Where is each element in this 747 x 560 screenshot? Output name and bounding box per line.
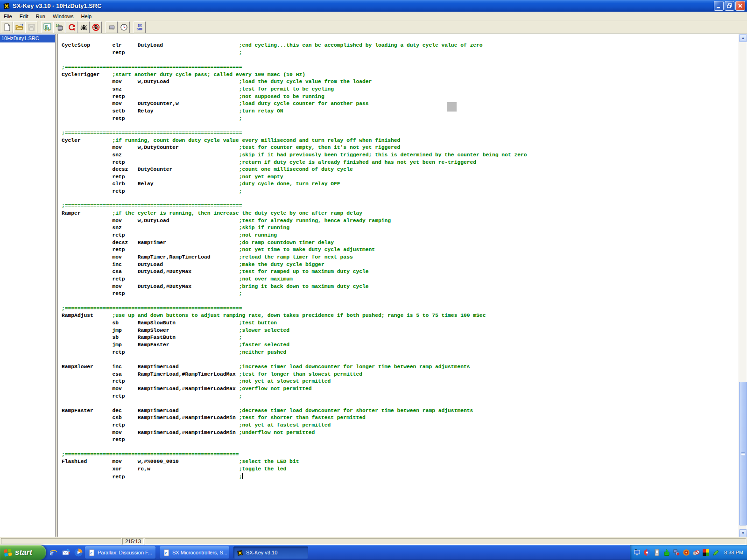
menubar: FileEditRunWindowsHelp	[0, 12, 747, 21]
code-line: mov DutyLoad,#DutyMax ;bring it back dow…	[62, 283, 739, 291]
code-line	[62, 56, 739, 64]
sx-key-icon	[237, 549, 244, 556]
network-monitor-icon[interactable]	[634, 549, 641, 556]
volume-mute-icon[interactable]	[692, 549, 700, 556]
code-line: sb RampFastButn ;	[62, 334, 739, 342]
device-button[interactable]	[106, 21, 118, 33]
restore-button[interactable]	[725, 1, 734, 11]
menu-windows[interactable]: Windows	[49, 12, 78, 21]
tray-clock: 8:38 PM	[724, 550, 743, 555]
start-button[interactable]: start	[0, 545, 46, 560]
text-caret	[242, 473, 243, 479]
tray-icons	[634, 549, 719, 556]
code-line: RampSlower inc RampTimerLoad ;increase t…	[62, 364, 739, 371]
taskbar-task-2[interactable]: eSX Microcontrollers, S...	[160, 546, 229, 559]
debug-bug-icon	[80, 23, 88, 31]
code-listing: CycleStop clr DutyLoad ;end cycling...th…	[58, 34, 739, 480]
program-chip-icon: 10	[56, 23, 63, 31]
svg-text:e: e	[90, 551, 92, 555]
scrollbar-up-button[interactable]: ▲	[739, 34, 747, 42]
open-file-button[interactable]	[13, 21, 25, 33]
restore-icon	[726, 3, 733, 9]
code-line: RampFaster dec RampTimerLoad ;decrease t…	[62, 407, 739, 415]
taskbar-task-3[interactable]: SX-Key v3.10	[233, 546, 308, 559]
network-disconnect-icon[interactable]	[673, 549, 680, 556]
stop-debug-button[interactable]	[90, 21, 102, 33]
code-line: retp ;	[62, 115, 739, 123]
code-line: retp ;return if duty cycle is already fi…	[62, 159, 739, 167]
menu-edit[interactable]: Edit	[16, 12, 32, 21]
svg-text:SIM: SIM	[136, 28, 142, 31]
code-line: csa DutyLoad,#DutyMax ;test for ramped u…	[62, 268, 739, 276]
target-icon[interactable]	[683, 549, 690, 556]
code-line: CycleTrigger ;start another duty cycle p…	[62, 71, 739, 79]
code-line: retp ;neither pushed	[62, 349, 739, 357]
system-tray: 8:38 PM	[630, 545, 747, 560]
scrollbar-down-button[interactable]: ▼	[739, 529, 747, 537]
titlebar[interactable]: SX-Key v3.10 - 10HzDuty1.SRC	[0, 0, 747, 12]
minimize-button[interactable]	[714, 1, 724, 11]
debug-button[interactable]	[78, 21, 90, 33]
code-line: retp ;not yet empty	[62, 174, 739, 181]
ie-document-icon: e	[163, 549, 170, 556]
clock-button[interactable]	[118, 21, 130, 33]
sx-sim-button[interactable]: SXSIM	[134, 21, 146, 33]
assemble-button[interactable]: 10101	[41, 21, 53, 33]
menu-file[interactable]: File	[0, 12, 16, 21]
code-line: mov RampTimerLoad,#RampTimerLoadMin ;und…	[62, 429, 739, 437]
outlook-express-icon[interactable]	[61, 548, 70, 557]
open-folder-icon	[15, 23, 23, 31]
code-line: ;=======================================…	[62, 64, 739, 71]
clock-icon	[120, 23, 128, 31]
desktop: SX-Key v3.10 - 10HzDuty1.SRC FileEditRun…	[0, 0, 747, 560]
internet-explorer-icon[interactable]: e	[49, 548, 58, 557]
code-line: mov RampTimer,RampTimerLoad ;reload the …	[62, 254, 739, 261]
code-line: retp ;not yet time to make duty cycle ad…	[62, 246, 739, 254]
sync-icon[interactable]	[643, 549, 651, 556]
code-line: mov DutyCounter,w ;load duty cycle count…	[62, 100, 739, 108]
activesync-icon[interactable]	[663, 549, 670, 556]
code-line: snz ;skip if it had previously been trig…	[62, 152, 739, 159]
run-button[interactable]	[65, 21, 78, 33]
code-line: FlashLed mov w,#%0000_0010 ;select the L…	[62, 458, 739, 466]
lizard-icon[interactable]	[712, 549, 719, 556]
media-player-icon[interactable]	[74, 548, 83, 557]
code-line: clrb Relay ;duty cycle done, turn relay …	[62, 181, 739, 188]
code-line	[62, 444, 739, 451]
close-button[interactable]	[735, 1, 745, 11]
code-line: csa RampTimerLoad,#RampTimerLoadMax ;tes…	[62, 371, 739, 378]
scrollbar-thumb[interactable]	[739, 382, 747, 525]
code-line	[62, 356, 739, 364]
code-line: ;=======================================…	[62, 451, 739, 459]
code-line: CycleStop clr DutyLoad ;end cycling...th…	[62, 42, 739, 49]
vertical-scrollbar[interactable]: ▲ ▼	[739, 34, 747, 537]
file-list-item[interactable]: 10HzDuty1.SRC	[0, 35, 55, 42]
code-line: xor rc,w ;toggle the led	[62, 466, 739, 473]
sidebar-splitter[interactable]	[56, 34, 58, 537]
code-line: mov w,DutyCounter ;test for counter empt…	[62, 144, 739, 152]
task-label: SX-Key v3.10	[246, 550, 277, 555]
code-editor[interactable]: CycleStop clr DutyLoad ;end cycling...th…	[58, 34, 739, 537]
code-line: decsz RampTimer ;do ramp countdown timer…	[62, 239, 739, 247]
antivirus-icon[interactable]	[702, 549, 710, 556]
task-buttons: eParallax: Discussion F...eSX Microcontr…	[85, 545, 308, 560]
ie-document-icon: e	[88, 549, 95, 556]
toolbar: 1010110SXSIM	[0, 21, 747, 34]
menu-help[interactable]: Help	[78, 12, 96, 21]
save-file-button	[25, 21, 37, 33]
status-panel-left	[1, 538, 121, 545]
new-file-button[interactable]	[1, 21, 13, 33]
code-line: retp ;	[62, 49, 739, 57]
start-label: start	[15, 548, 32, 557]
pda-icon[interactable]	[653, 549, 661, 556]
code-line: Cycler ;if running, count down duty cycl…	[62, 137, 739, 145]
menu-run[interactable]: Run	[32, 12, 49, 21]
taskbar-task-1[interactable]: eParallax: Discussion F...	[85, 546, 155, 559]
code-line: sb RampSlowButn ;test button	[62, 320, 739, 327]
sx-key-app-icon	[3, 2, 11, 10]
main-area: 10HzDuty1.SRC CycleStop clr DutyLoad ;en…	[0, 34, 747, 537]
code-line: ;=======================================…	[62, 130, 739, 137]
save-floppy-icon	[28, 23, 35, 31]
program-button[interactable]: 10	[53, 21, 65, 33]
code-line: snz ;skip if running	[62, 224, 739, 232]
